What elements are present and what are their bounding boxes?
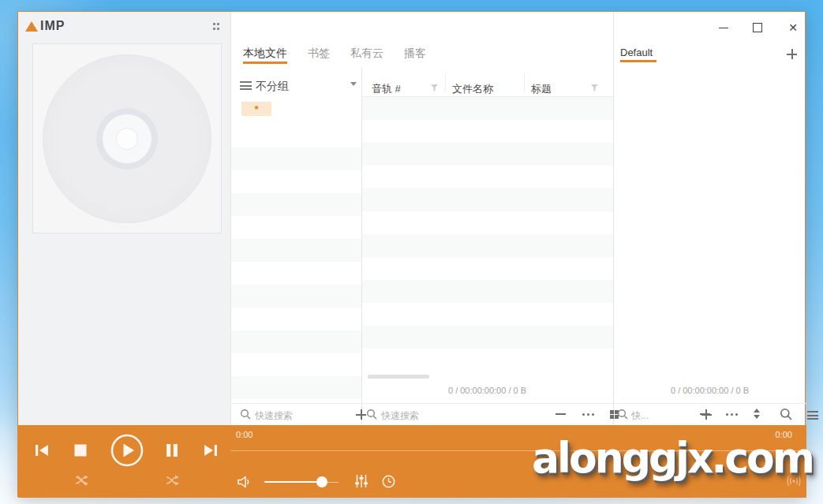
sort-icon[interactable] xyxy=(754,409,760,419)
maximize-button[interactable] xyxy=(749,20,766,35)
volume-slider[interactable] xyxy=(264,481,322,483)
filter-icon[interactable] xyxy=(431,84,439,91)
close-button[interactable]: ✕ xyxy=(784,20,802,35)
more-options-icon[interactable] xyxy=(582,413,594,416)
group-search-input[interactable]: 快速搜索 xyxy=(255,409,293,423)
equalizer-icon[interactable] xyxy=(354,474,368,488)
play-button[interactable] xyxy=(110,434,144,467)
file-search-input[interactable]: 快速搜索 xyxy=(381,409,419,423)
minimize-button[interactable] xyxy=(715,20,732,35)
filter-icon[interactable] xyxy=(591,84,599,91)
column-track-number[interactable]: 音轨 # xyxy=(372,82,401,96)
next-button[interactable] xyxy=(203,442,219,458)
group-item-selected[interactable]: * xyxy=(241,102,271,116)
add-playlist-button[interactable] xyxy=(787,49,797,59)
tab-bookmarks[interactable]: 书签 xyxy=(308,47,330,61)
previous-button[interactable] xyxy=(34,442,50,458)
album-art-panel: IMP xyxy=(18,12,230,425)
cd-hole xyxy=(116,128,138,150)
column-file-name[interactable]: 文件名称 xyxy=(452,82,493,96)
elapsed-time: 0:00 xyxy=(236,430,253,439)
repeat-icon[interactable] xyxy=(75,475,89,486)
chevron-down-icon[interactable] xyxy=(350,82,357,89)
track-list-rows xyxy=(362,97,613,371)
playlist-tab-underline xyxy=(620,60,657,62)
playlist-menu-icon[interactable] xyxy=(807,411,818,422)
search-icon xyxy=(617,409,628,420)
compact-mode-icon[interactable] xyxy=(213,23,220,30)
volume-icon[interactable] xyxy=(236,474,252,490)
watermark-text: alonggjx.com xyxy=(532,433,813,482)
volume-knob[interactable] xyxy=(316,476,327,487)
group-list-rows xyxy=(231,125,361,403)
column-divider xyxy=(524,73,525,92)
grouping-mode-label[interactable]: 不分组 xyxy=(256,80,289,94)
search-icon xyxy=(240,409,251,420)
aimp-logo-text: IMP xyxy=(40,19,65,33)
tab-private-cloud[interactable]: 私有云 xyxy=(350,47,383,61)
divider-right xyxy=(613,12,614,425)
tab-podcasts[interactable]: 播客 xyxy=(404,47,426,61)
tab-local-files[interactable]: 本地文件 xyxy=(243,47,287,61)
stop-button[interactable] xyxy=(73,442,88,458)
file-list-status: 0 / 00:00:00:00 / 0 B xyxy=(361,386,613,395)
album-art-box xyxy=(32,43,222,233)
column-title[interactable]: 标题 xyxy=(531,82,552,96)
aimp-logo-triangle-icon xyxy=(25,21,38,32)
column-divider xyxy=(445,73,446,92)
search-icon xyxy=(366,409,377,420)
horizontal-scrollbar[interactable] xyxy=(368,375,429,379)
aimp-window: IMP 本地文件 书签 私有云 播客 不分组 * 音轨 # 文件名称 标题 0 … xyxy=(17,11,806,497)
playlist-tab-default[interactable]: Default xyxy=(620,47,653,58)
remove-track-button[interactable] xyxy=(700,413,710,415)
cd-disc-image xyxy=(43,54,211,223)
sleep-timer-icon[interactable] xyxy=(382,475,395,488)
pause-button[interactable] xyxy=(164,442,180,458)
group-menu-icon[interactable] xyxy=(240,81,252,92)
search-playlist-icon[interactable] xyxy=(780,408,792,420)
remove-button[interactable] xyxy=(556,413,566,415)
add-files-button[interactable] xyxy=(356,409,366,420)
more-options-icon[interactable] xyxy=(726,413,738,416)
shuffle-icon[interactable] xyxy=(166,475,180,486)
toolbar-border xyxy=(230,403,806,404)
source-tabs: 本地文件 书签 私有云 播客 xyxy=(243,47,426,61)
playlist-status: 0 / 00:00:00:00 / 0 B xyxy=(613,386,806,395)
playlist-search-input[interactable]: 快... xyxy=(631,409,649,423)
